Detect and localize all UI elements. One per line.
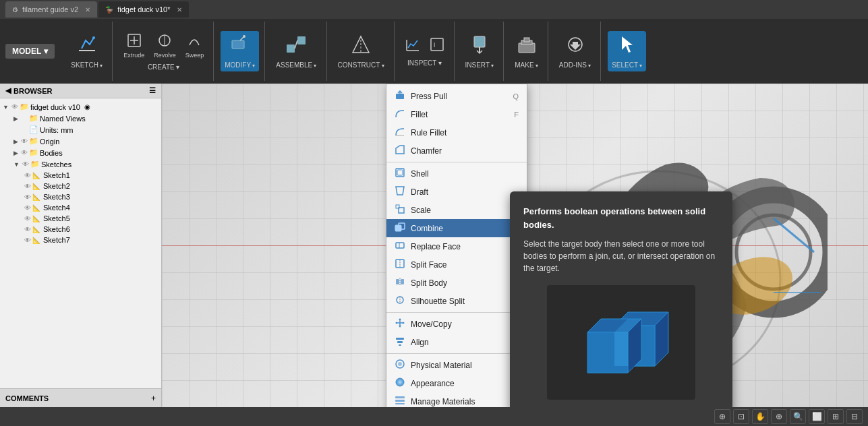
create-button-3[interactable]: Sweep [181, 31, 208, 61]
tree-item-units[interactable]: ▶ 👁 📄 Units: mm [0, 124, 161, 135]
menu-item-shell[interactable]: Shell [386, 164, 527, 183]
tree-item-sketch6[interactable]: 👁 📐 Sketch6 [0, 224, 161, 235]
create-dropdown[interactable]: CREATE ▾ [119, 62, 208, 72]
tree-eye-sketch7[interactable]: 👁 [24, 237, 31, 244]
tree-eye-bodies[interactable]: 👁 [21, 149, 28, 156]
status-bar: ⊕ ⊡ ✋ ⊕ 🔍 ⬜ ⊞ ⊟ [0, 407, 868, 426]
menu-item-silhouette-split[interactable]: Silhouette Split [386, 292, 527, 310]
tree-item-sketch7[interactable]: 👁 📐 Sketch7 [0, 235, 161, 245]
menu-shortcut-press-pull: Q [513, 92, 519, 100]
model-dropdown-icon: ▾ [44, 47, 48, 56]
status-icon-view2[interactable]: ⊞ [828, 409, 844, 424]
tree-arrow-bodies[interactable]: ▶ [13, 150, 18, 156]
tree-item-bodies[interactable]: ▶ 👁 📁 Bodies [0, 147, 161, 158]
comments-bar: COMMENTS + [0, 388, 161, 407]
tree-arrow-named-views[interactable]: ▶ [13, 115, 18, 122]
status-icon-view1[interactable]: ⬜ [809, 409, 825, 424]
addins-button[interactable]: ADD-INS [555, 31, 595, 71]
tree-eye-sketch2[interactable]: 👁 [24, 183, 31, 190]
tree-item-root[interactable]: ▼ 👁 📁 fidget duck v10 ◉ [0, 101, 161, 113]
svg-rect-75 [395, 400, 405, 402]
menu-item-manage-materials[interactable]: Manage Materials [386, 392, 527, 407]
tree-eye-origin[interactable]: 👁 [21, 138, 28, 145]
construct-label: CONSTRUCT [338, 61, 384, 69]
status-icon-view3[interactable]: ⊟ [846, 409, 863, 424]
status-icon-zoom-box[interactable]: ⊕ [771, 409, 787, 424]
menu-item-press-pull[interactable]: Press Pull Q [386, 87, 527, 105]
modify-button[interactable]: MODIFY [221, 31, 259, 71]
tab-filament-close[interactable]: ✕ [85, 6, 90, 13]
sidebar-options-icon[interactable]: ☰ [149, 86, 156, 95]
tree-eye-root[interactable]: 👁 [11, 103, 18, 111]
inspect-button-2[interactable]: i [426, 35, 449, 58]
menu-item-draft[interactable]: Draft [386, 183, 527, 201]
tree-eye-sketch1[interactable]: 👁 [24, 172, 31, 179]
menu-item-split-face[interactable]: Split Face [386, 255, 527, 274]
tree-eye-sketch4[interactable]: 👁 [24, 204, 31, 212]
sidebar-collapse-icon[interactable]: ◀ [5, 86, 11, 95]
svg-marker-65 [399, 326, 401, 328]
comments-add-icon[interactable]: + [151, 394, 156, 403]
select-button[interactable]: SELECT [608, 31, 646, 71]
tree-item-sketches[interactable]: ▼ 👁 📁 Sketches [0, 158, 161, 170]
tab-fidget-close[interactable]: ✕ [177, 6, 182, 13]
svg-rect-68 [396, 338, 404, 340]
tab-fidget-duck[interactable]: 🦆 fidget duck v10* ✕ [98, 1, 189, 18]
tree-label-sketch5: Sketch5 [43, 214, 70, 222]
menu-item-move-copy[interactable]: Move/Copy M [386, 315, 527, 333]
menu-item-scale[interactable]: Scale [386, 201, 527, 219]
tree-arrow-origin[interactable]: ▶ [13, 138, 18, 145]
addins-icon [565, 34, 586, 60]
menu-item-combine[interactable]: Combine ▶ [386, 219, 527, 237]
toolbar-group-construct: CONSTRUCT [328, 22, 395, 81]
construct-button[interactable]: CONSTRUCT [334, 31, 388, 71]
menu-item-rule-fillet[interactable]: Rule Fillet [386, 123, 527, 142]
create-label: CREATE ▾ [148, 63, 180, 71]
toolbar-group-create: Extrude Revolve Sweep CREATE ▾ [114, 22, 214, 81]
menu-item-physical-material[interactable]: Physical Material [386, 356, 527, 374]
svg-marker-91 [614, 332, 628, 366]
split-face-icon [395, 258, 405, 271]
model-button[interactable]: MODEL ▾ [5, 44, 55, 59]
status-icon-move[interactable]: ⊕ [714, 409, 730, 424]
tree-item-sketch4[interactable]: 👁 📐 Sketch4 [0, 202, 161, 213]
menu-label-press-pull: Press Pull [411, 92, 447, 101]
shell-icon [395, 167, 405, 180]
tree-eye-sketch5[interactable]: 👁 [24, 215, 31, 222]
sketch-button[interactable]: SKETCH [67, 31, 107, 71]
toolbar-top: MODEL ▾ SKETCH Extrude [0, 19, 868, 84]
tree-item-sketch5[interactable]: 👁 📐 Sketch5 [0, 213, 161, 224]
make-button[interactable]: MAKE [511, 31, 542, 71]
svg-point-72 [398, 362, 402, 366]
status-icon-pan[interactable]: ✋ [752, 409, 768, 424]
menu-item-split-face-left: Split Face [395, 258, 446, 271]
tab-filament-guide[interactable]: ⚙ filament guide v2 ✕ [5, 1, 97, 18]
menu-item-align[interactable]: Align [386, 333, 527, 351]
tree-item-origin[interactable]: ▶ 👁 📁 Origin [0, 135, 161, 147]
insert-button[interactable]: INSERT [461, 31, 498, 71]
tree-item-sketch1[interactable]: 👁 📐 Sketch1 [0, 170, 161, 181]
menu-item-split-body[interactable]: Split Body [386, 274, 527, 292]
tree-eye-sketches[interactable]: 👁 [22, 160, 29, 168]
tree-arrow-root[interactable]: ▼ [3, 104, 9, 111]
status-icon-snap[interactable]: ⊡ [733, 409, 749, 424]
menu-item-fillet[interactable]: Fillet F [386, 105, 527, 123]
menu-item-chamfer[interactable]: Chamfer [386, 142, 527, 160]
create-button-2[interactable]: Revolve [150, 31, 180, 61]
menu-item-appearance[interactable]: Appearance A [386, 374, 527, 392]
assemble-button[interactable]: ASSEMBLE [272, 31, 320, 71]
inspect-button-1[interactable] [401, 35, 424, 58]
create-button-1[interactable]: Extrude [119, 31, 148, 61]
tree-item-sketch2[interactable]: 👁 📐 Sketch2 [0, 181, 161, 191]
tree-settings-icon[interactable]: ◉ [84, 103, 90, 111]
menu-label-combine: Combine [411, 224, 443, 233]
status-icon-zoom[interactable]: 🔍 [790, 409, 806, 424]
tree-item-named-views[interactable]: ▶ 👁 📁 Named Views [0, 113, 161, 124]
tree-label-sketch7: Sketch7 [43, 236, 70, 244]
tree-eye-sketch3[interactable]: 👁 [24, 193, 31, 201]
tree-eye-sketch6[interactable]: 👁 [24, 226, 31, 233]
tree-arrow-sketches[interactable]: ▼ [13, 161, 20, 168]
menu-item-replace-face[interactable]: Replace Face [386, 237, 527, 255]
tree-item-sketch3[interactable]: 👁 📐 Sketch3 [0, 191, 161, 202]
tree-label-sketches: Sketches [41, 160, 71, 169]
